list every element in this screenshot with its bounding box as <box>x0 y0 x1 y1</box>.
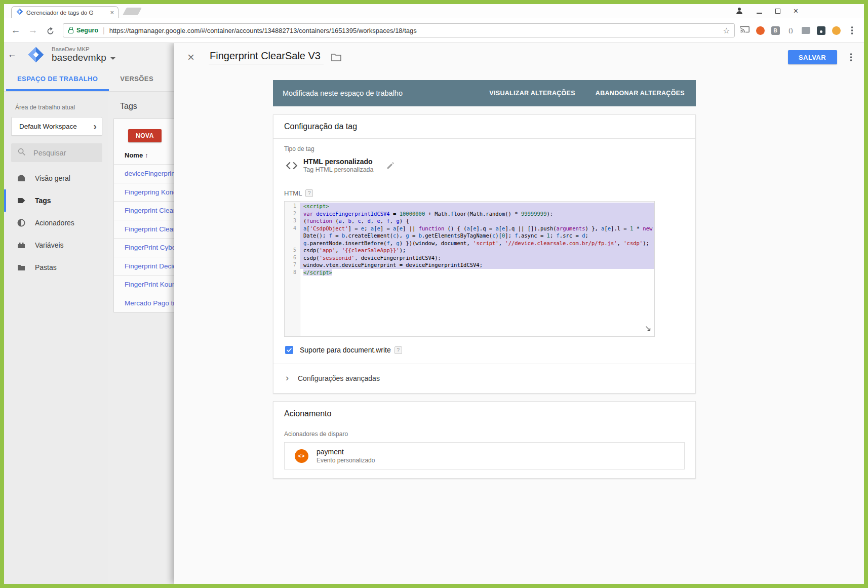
banner-action-button[interactable]: ABANDONAR ALTERAÇÕES <box>596 90 685 97</box>
gtm-back-button[interactable]: ← <box>4 43 20 66</box>
tag-name-link[interactable]: FingerPrint CyberS <box>125 244 174 251</box>
url-text[interactable]: https://tagmanager.google.com/#/containe… <box>109 27 719 34</box>
window-minimize-button[interactable] <box>757 9 762 14</box>
sidebar-item[interactable]: Pastas <box>4 256 108 279</box>
letter-b-icon[interactable] <box>771 26 780 35</box>
line-number <box>285 240 300 247</box>
tab-title: Gerenciador de tags do G <box>26 10 109 16</box>
search-input[interactable]: Pesquisar <box>11 143 102 162</box>
tag-title-field[interactable]: Fingerprint ClearSale V3 <box>209 50 324 64</box>
sort-ascending-icon: ↑ <box>145 151 148 159</box>
tag-row[interactable]: Fingerprint Decidir <box>114 257 174 276</box>
tag-name-link[interactable]: Mercado Pago tran <box>125 299 174 307</box>
banner-action-button[interactable]: VISUALIZAR ALTERAÇÕES <box>489 90 575 97</box>
window-maximize-button[interactable] <box>775 9 780 14</box>
tag-name-link[interactable]: deviceFingerprint T <box>125 170 174 177</box>
tag-row[interactable]: Fingerprint ClearSa <box>114 201 174 220</box>
url-address-bar[interactable]: Seguro | https://tagmanager.google.com/#… <box>63 23 735 37</box>
tag-row[interactable]: Fingerpring Kondut <box>114 183 174 202</box>
code-line[interactable]: Date(); f = b.createElement(c), g = b.ge… <box>285 232 654 240</box>
gtm-header: ← BaseDev MKP basedevmkp <box>4 43 174 66</box>
tag-row[interactable]: FingerPrint Kount N <box>114 275 174 294</box>
advanced-settings-toggle[interactable]: › Configurações avançadas <box>286 373 380 383</box>
line-number: 1 <box>285 203 300 210</box>
gtm-tab[interactable]: ADMINIS <box>165 66 174 91</box>
sidebar-item[interactable]: Visão geral <box>4 167 108 189</box>
dropdown-caret-icon <box>110 57 115 60</box>
sidebar-item-label: Acionadores <box>35 219 74 227</box>
code-line[interactable]: 6csdp('sessionid', deviceFingerprintIdCS… <box>285 254 654 262</box>
line-number: 4 <box>285 225 300 232</box>
profile-icon[interactable] <box>735 7 743 15</box>
tag-name-link[interactable]: Fingerprint ClearSa <box>125 225 174 233</box>
code-line[interactable]: 1<script> <box>285 203 654 210</box>
tag-type-row[interactable]: HTML personalizado Tag HTML personalizad… <box>285 158 395 173</box>
code-line[interactable]: 5csdp('app', '{{clearSaleApp}}'); <box>285 247 654 254</box>
sidebar-item[interactable]: Variáveis <box>4 234 108 256</box>
code-content[interactable]: 1<script>2var deviceFingerprintIdCSV4 = … <box>285 202 654 276</box>
sidebar-item[interactable]: Tags <box>4 189 108 212</box>
tag-name-link[interactable]: Fingerprint Decidir <box>125 262 174 270</box>
emoji-ball-icon[interactable] <box>832 26 841 35</box>
edit-pencil-icon[interactable] <box>386 161 395 170</box>
code-line[interactable]: g.parentNode.insertBefore(f, g) })(windo… <box>285 240 654 247</box>
tag-type-description: Tag HTML personalizada <box>303 166 374 173</box>
tag-type-name: HTML personalizado <box>303 158 374 166</box>
code-line[interactable]: 7window.vtex.deviceFingerprint = deviceF… <box>285 261 654 269</box>
tag-row[interactable]: deviceFingerprint T <box>114 164 174 183</box>
code-line[interactable]: 8</script> <box>285 269 654 277</box>
html-code-editor[interactable]: 1<script>2var deviceFingerprintIdCSV4 = … <box>284 201 655 337</box>
gtm-app: ← BaseDev MKP basedevmkp ESPAÇO DE TRABA… <box>4 43 864 584</box>
resize-handle-icon[interactable] <box>645 325 652 334</box>
tag-row[interactable]: Mercado Pago tran <box>114 294 174 312</box>
bookmark-star-icon[interactable]: ☆ <box>723 26 730 35</box>
container-selector[interactable]: basedevmkp <box>52 52 115 63</box>
line-number <box>285 232 300 240</box>
browser-tab[interactable]: Gerenciador de tags do G × <box>11 6 119 18</box>
adblocker-icon[interactable] <box>756 26 765 35</box>
tag-row[interactable]: FingerPrint CyberS <box>114 238 174 257</box>
browser-menu-kebab-icon[interactable] <box>847 24 857 36</box>
tag-row[interactable]: Fingerprint ClearSa <box>114 220 174 239</box>
close-panel-icon[interactable]: × <box>187 50 203 64</box>
browser-back-button[interactable]: ← <box>7 22 24 39</box>
line-number: 2 <box>285 210 300 218</box>
tag-name-link[interactable]: Fingerprint ClearSa <box>125 207 174 214</box>
browser-refresh-button[interactable] <box>42 22 59 39</box>
extension-icons-group <box>756 26 841 35</box>
chat-bubble-icon[interactable] <box>802 27 810 34</box>
sidebar-item[interactable]: Acionadores <box>4 212 108 234</box>
html-help-icon[interactable]: ? <box>305 189 313 197</box>
parentheses-icon[interactable] <box>786 26 795 35</box>
name-column-header[interactable]: Nome↑ <box>125 151 174 159</box>
browser-forward-button[interactable]: → <box>24 22 42 39</box>
save-button[interactable]: SALVAR <box>788 50 837 64</box>
folder-icon[interactable] <box>331 52 342 62</box>
gtm-tab[interactable]: ESPAÇO DE TRABALHO <box>6 66 109 91</box>
docwrite-checkbox[interactable] <box>285 346 293 354</box>
tag-icon <box>16 195 26 206</box>
gtm-tab[interactable]: VERSÕES <box>109 66 165 91</box>
workspace-name: Default Workspace <box>19 123 93 130</box>
code-line[interactable]: 2var deviceFingerprintIdCSV4 = 10000000 … <box>285 210 654 218</box>
tag-name-link[interactable]: FingerPrint Kount N <box>125 281 174 288</box>
browser-window: Gerenciador de tags do G × × ← → Seguro … <box>4 4 864 584</box>
tab-close-icon[interactable]: × <box>109 9 115 16</box>
docwrite-help-icon[interactable]: ? <box>394 346 402 354</box>
code-line[interactable]: 3(function (a, b, c, d, e, f, g) { <box>285 217 654 225</box>
sidebar-item-label: Visão geral <box>35 174 70 182</box>
panel-menu-kebab-icon[interactable] <box>846 51 856 63</box>
code-line[interactable]: 4a['CsdpObject'] = e; a[e] = a[e] || fun… <box>285 225 654 232</box>
docwrite-checkbox-row[interactable]: Suporte para document.write ? <box>285 346 402 354</box>
workspace-selector[interactable]: Default Workspace › <box>11 117 102 136</box>
new-tab-button[interactable] <box>123 8 142 15</box>
search-placeholder: Pesquisar <box>33 149 66 157</box>
cast-icon[interactable] <box>740 25 749 35</box>
trigger-row[interactable]: <> payment Evento personalizado <box>284 442 685 469</box>
container-name: basedevmkp <box>52 52 106 63</box>
dark-tile-icon[interactable] <box>817 26 825 35</box>
new-tag-button[interactable]: NOVA <box>128 129 162 142</box>
tag-name-link[interactable]: Fingerpring Kondut <box>125 188 174 196</box>
secure-label[interactable]: Seguro <box>76 27 98 34</box>
window-close-button[interactable]: × <box>794 7 798 15</box>
